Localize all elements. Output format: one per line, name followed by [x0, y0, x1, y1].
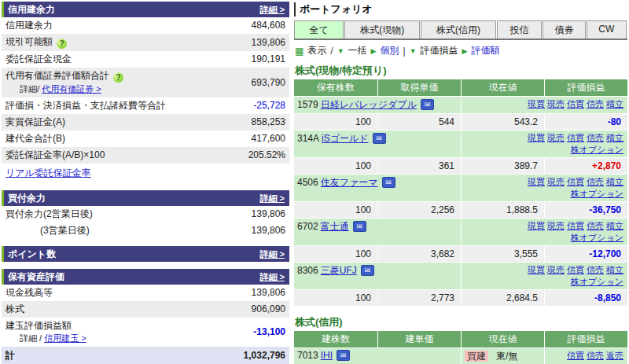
tab-bonds[interactable]: 債券: [543, 20, 585, 39]
row-value: 139,806: [252, 37, 285, 49]
margin-buy-link[interactable]: 信買: [567, 177, 584, 186]
col-header-cost: 取得単価: [377, 79, 461, 96]
accumulate-link[interactable]: 積立: [606, 265, 623, 274]
margin-sell-link[interactable]: 信売: [587, 177, 604, 186]
valuation-view-link[interactable]: 評価額: [472, 44, 500, 57]
detail-link[interactable]: 詳細 >: [260, 4, 285, 16]
row-label: 信用建余力: [6, 20, 53, 31]
summary-row: 買付余力(2営業日後) 139,806: [2, 206, 289, 222]
summary-row: 現引可能額? 139,806: [2, 34, 289, 51]
mail-icon[interactable]: ✉: [361, 265, 374, 276]
stock-name-link[interactable]: iSゴールド: [322, 133, 369, 144]
stock-option-link[interactable]: 株オプション: [571, 189, 623, 198]
margin-sell-link[interactable]: 信売: [587, 221, 604, 230]
portfolio-title: ポートフォリオ: [294, 2, 627, 17]
spot-sell-link[interactable]: 現売: [547, 265, 565, 274]
section-title: ポイント数: [8, 248, 56, 261]
margin-sell-link[interactable]: 信売: [587, 99, 604, 108]
cost-cell: 2,773: [377, 290, 461, 306]
row-value: 693,790: [252, 77, 285, 89]
row-label: 代用有価証券評価額合計: [6, 70, 109, 81]
stock-code: 314A: [297, 133, 319, 144]
spot-buy-link[interactable]: 現買: [528, 133, 545, 142]
qty-cell: 100: [294, 114, 377, 130]
margin-sell-link[interactable]: 信売: [587, 265, 604, 274]
help-icon[interactable]: ?: [113, 72, 123, 83]
detail-link[interactable]: 詳細 >: [260, 271, 285, 283]
row-label: 建玉評価損益額: [6, 320, 72, 331]
pl-cell: -12,700: [544, 246, 627, 262]
margin-buy-link[interactable]: 信買: [567, 265, 584, 274]
row-value: 906,090: [252, 303, 285, 315]
mail-icon[interactable]: ✉: [353, 221, 366, 232]
mail-icon[interactable]: ✉: [421, 99, 434, 110]
accumulate-link[interactable]: 積立: [606, 133, 623, 142]
row-value: 484,608: [252, 20, 285, 31]
spot-buy-link[interactable]: 現買: [528, 265, 545, 274]
row-label: 委託保証金現金: [6, 53, 72, 65]
section-header-margin-power: 信用建余力 詳細 >: [2, 2, 289, 17]
summary-row: 委託保証金現金 190,191: [2, 51, 289, 68]
spot-sell-link[interactable]: 現売: [547, 177, 565, 186]
tab-funds[interactable]: 投信: [497, 20, 542, 39]
stock-option-link[interactable]: 株オプション: [571, 277, 623, 286]
margin-buy-link[interactable]: 信買: [567, 351, 584, 360]
tab-stock-spot[interactable]: 株式(現物): [344, 20, 420, 39]
tab-cw[interactable]: CW: [587, 20, 627, 39]
pl-cell: -8,850: [544, 290, 627, 306]
accumulate-link[interactable]: 積立: [606, 221, 623, 230]
spot-buy-link[interactable]: 現買: [528, 221, 545, 230]
cost-cell: 544: [377, 114, 461, 130]
row-value: 190,191: [252, 53, 285, 65]
accumulate-link[interactable]: 積立: [606, 177, 623, 186]
spot-sell-link[interactable]: 現売: [547, 133, 565, 142]
mail-icon[interactable]: ✉: [337, 350, 350, 361]
margin-buy-link[interactable]: 信買: [567, 221, 584, 230]
individual-view-link[interactable]: 個別: [381, 44, 399, 57]
margin-buy-link[interactable]: 信買: [567, 99, 584, 108]
section-header-asset-valuation: 保有資産評価 詳細 >: [2, 269, 289, 285]
stock-name-link[interactable]: 住友ファーマ: [321, 177, 378, 188]
accumulate-link[interactable]: 積立: [606, 99, 623, 108]
summary-row: 建代金合計(B) 417,600: [2, 131, 289, 147]
section-buying-power: 買付余力 詳細 > 買付余力(2営業日後) 139,806 (3営業日後) 13…: [2, 190, 289, 239]
tab-all[interactable]: 全て: [294, 20, 344, 39]
stock-value-row: 100 544 543.2 -80: [294, 113, 627, 130]
margin-buy-link[interactable]: 信買: [567, 133, 584, 142]
stock-name-link[interactable]: IHI: [321, 350, 333, 361]
row-label: 委託保証金率(A/B)×100: [6, 149, 105, 161]
table-icon: ▦: [295, 46, 303, 57]
row-value: 139,806: [252, 287, 285, 299]
qty-cell: 100: [294, 246, 377, 262]
margin-sell-link[interactable]: 信売: [587, 133, 604, 142]
stock-option-link[interactable]: 株オプション: [571, 233, 623, 242]
stock-option-link[interactable]: 株オプション: [571, 145, 623, 154]
spot-buy-link[interactable]: 現買: [528, 177, 545, 186]
summary-row: 委託保証金率(A/B)×100 205.52%: [2, 147, 289, 164]
triangle-down-icon: ▼: [337, 47, 344, 55]
stock-name-link[interactable]: 日経レバレッジダブル: [321, 99, 417, 110]
price-cell: 3,555: [461, 246, 544, 262]
stock-name-link[interactable]: 三菱UFJ: [321, 265, 357, 276]
sub-label: 詳細/: [20, 84, 39, 94]
help-icon[interactable]: ?: [57, 39, 67, 49]
spot-sell-link[interactable]: 現売: [547, 221, 565, 230]
market-label: 東/無: [496, 351, 517, 362]
stock-name-link[interactable]: 富士通: [321, 221, 349, 232]
col-header-price: 現在値: [461, 79, 544, 96]
margin-sell-link[interactable]: 信売: [587, 351, 604, 360]
collateral-securities-link[interactable]: 代用有価証券 >: [42, 84, 101, 94]
spot-sell-link[interactable]: 現売: [547, 99, 565, 108]
mail-icon[interactable]: ✉: [373, 133, 386, 144]
margin-positions-link[interactable]: 信用建玉 >: [44, 333, 86, 343]
section-header-points: ポイント数 詳細 >: [2, 246, 289, 262]
mail-icon[interactable]: ✉: [382, 177, 395, 188]
tab-stock-margin[interactable]: 株式(信用): [421, 20, 496, 39]
close-sell-link[interactable]: 返売: [606, 351, 623, 360]
real-margin-ratio-link[interactable]: リアル委託保証金率: [6, 167, 91, 178]
stock-name-row: 314AiSゴールド✉ 現買現売信買信売積立 株オプション: [294, 130, 627, 157]
detail-link[interactable]: 詳細 >: [260, 248, 285, 260]
stock-name-row: 6702富士通✉ 現買現売信買信売積立 株オプション: [294, 218, 627, 245]
detail-link[interactable]: 詳細 >: [260, 193, 285, 204]
spot-buy-link[interactable]: 現買: [528, 99, 545, 108]
